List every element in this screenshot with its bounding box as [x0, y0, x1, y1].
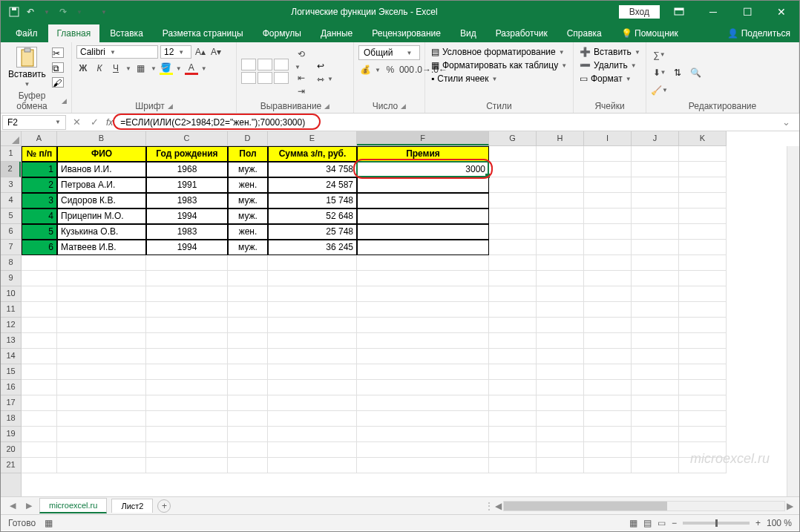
cell[interactable]: 1983: [146, 193, 228, 208]
cell[interactable]: [489, 442, 537, 458]
orientation-icon[interactable]: ⟲: [295, 47, 308, 61]
cell[interactable]: [146, 302, 228, 318]
column-header[interactable]: A: [22, 131, 57, 145]
cell[interactable]: [679, 255, 727, 271]
cell[interactable]: [22, 427, 57, 442]
split-icon[interactable]: ⋮: [485, 501, 494, 511]
indent-increase-icon[interactable]: ⇥: [295, 85, 308, 98]
row-header[interactable]: 15: [1, 364, 21, 380]
share-button[interactable]: 👤 Поделиться: [718, 24, 799, 42]
cell[interactable]: [57, 302, 146, 318]
cell[interactable]: [537, 380, 584, 395]
cell[interactable]: [489, 271, 537, 286]
cell[interactable]: [584, 302, 632, 318]
cell[interactable]: [584, 177, 632, 193]
minimize-icon[interactable]: ─: [698, 1, 728, 23]
cell[interactable]: [146, 395, 228, 411]
cell[interactable]: [489, 224, 537, 240]
format-cells-button[interactable]: ▭Формат▼: [578, 72, 641, 85]
view-pagebreak-icon[interactable]: ▭: [658, 518, 666, 528]
cell[interactable]: Пол: [228, 146, 268, 162]
autosum-icon[interactable]: ∑▼: [651, 48, 668, 62]
add-sheet-button[interactable]: +: [157, 499, 171, 513]
cell[interactable]: [228, 458, 268, 473]
undo-icon[interactable]: ↶: [24, 6, 36, 18]
row-header[interactable]: 3: [1, 177, 21, 193]
cell[interactable]: [632, 162, 679, 177]
cell[interactable]: [584, 333, 632, 349]
row-header[interactable]: 7: [1, 240, 21, 255]
cell[interactable]: 1994: [146, 240, 228, 255]
horizontal-scrollbar[interactable]: [503, 501, 785, 511]
cell[interactable]: [22, 302, 57, 318]
cell[interactable]: [632, 380, 679, 395]
cell-styles-button[interactable]: ▪Стили ячеек▼: [430, 72, 568, 85]
cell[interactable]: 25 748: [268, 224, 357, 240]
cell[interactable]: [584, 364, 632, 380]
cell[interactable]: [537, 442, 584, 458]
clear-icon[interactable]: 🧹▼: [651, 84, 668, 97]
fill-color-icon[interactable]: 🪣: [160, 62, 173, 75]
expand-formula-icon[interactable]: ⌄: [777, 116, 795, 128]
cell[interactable]: [489, 349, 537, 364]
cell[interactable]: [146, 364, 228, 380]
cell[interactable]: [679, 208, 727, 224]
cell[interactable]: [584, 146, 632, 162]
cell[interactable]: [632, 146, 679, 162]
cell[interactable]: [357, 442, 489, 458]
cell[interactable]: [537, 349, 584, 364]
row-header[interactable]: 5: [1, 208, 21, 224]
cell[interactable]: [357, 458, 489, 473]
cell[interactable]: [22, 318, 57, 333]
cell[interactable]: Премия: [357, 146, 489, 162]
cell[interactable]: Петрова А.И.: [57, 177, 146, 193]
tab-review[interactable]: Рецензирование: [363, 24, 450, 42]
cell[interactable]: [584, 411, 632, 427]
cell[interactable]: [632, 302, 679, 318]
font-color-icon[interactable]: A: [185, 62, 198, 75]
cell[interactable]: [357, 286, 489, 302]
cancel-icon[interactable]: ✕: [68, 116, 85, 128]
cell[interactable]: [228, 364, 268, 380]
cell[interactable]: [268, 364, 357, 380]
cell[interactable]: [489, 458, 537, 473]
cell[interactable]: 34 758: [268, 162, 357, 177]
cell[interactable]: [679, 224, 727, 240]
cell[interactable]: [22, 255, 57, 271]
cell[interactable]: [228, 442, 268, 458]
cell[interactable]: [22, 364, 57, 380]
column-header[interactable]: F: [357, 131, 489, 145]
cell[interactable]: [357, 364, 489, 380]
row-header[interactable]: 17: [1, 395, 21, 411]
row-header[interactable]: 12: [1, 318, 21, 333]
cell[interactable]: [584, 349, 632, 364]
border-icon[interactable]: ▦: [134, 62, 148, 75]
cell[interactable]: [632, 240, 679, 255]
cell[interactable]: [57, 380, 146, 395]
column-header[interactable]: K: [679, 131, 727, 145]
cell[interactable]: [57, 271, 146, 286]
cell[interactable]: [537, 193, 584, 208]
save-icon[interactable]: [8, 6, 20, 18]
cell[interactable]: [584, 380, 632, 395]
cell[interactable]: [228, 286, 268, 302]
cell[interactable]: [57, 255, 146, 271]
cell[interactable]: [489, 411, 537, 427]
sheet-nav-next-icon[interactable]: ▶: [23, 501, 35, 510]
tab-file[interactable]: Файл: [7, 24, 47, 42]
row-header[interactable]: 2: [1, 162, 21, 177]
cell[interactable]: 2: [22, 177, 57, 193]
column-header[interactable]: B: [57, 131, 146, 145]
cell[interactable]: 15 748: [268, 193, 357, 208]
cell[interactable]: [357, 411, 489, 427]
cell[interactable]: [228, 349, 268, 364]
cell[interactable]: [489, 255, 537, 271]
cell[interactable]: [228, 395, 268, 411]
cell[interactable]: [489, 240, 537, 255]
sheet-nav-prev-icon[interactable]: ◀: [7, 501, 19, 510]
cell[interactable]: муж.: [228, 240, 268, 255]
cell[interactable]: [632, 255, 679, 271]
cell[interactable]: [268, 427, 357, 442]
cell[interactable]: [57, 333, 146, 349]
cell[interactable]: [57, 364, 146, 380]
